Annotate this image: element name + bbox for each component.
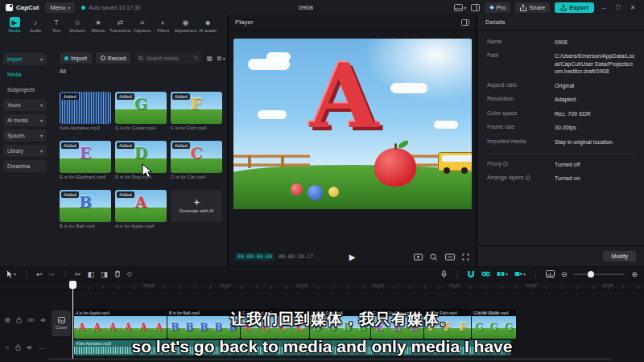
link-clips-icon[interactable] — [481, 270, 490, 278]
delete-icon[interactable] — [114, 270, 121, 278]
ratio-icon[interactable] — [445, 253, 455, 261]
tab-media[interactable]: ▶Media — [5, 17, 24, 33]
media-item-kids-alphabet[interactable]: Added Kids Alphabet.mp3 — [60, 92, 111, 130]
panel-toggle-icon[interactable] — [461, 19, 469, 26]
magnet-snap-icon[interactable] — [467, 270, 475, 278]
lock-icon[interactable] — [15, 344, 21, 351]
timeline-ruler[interactable]: 00:05 00:10 00:15 00:20 00:25 00:30 00:3… — [0, 281, 644, 290]
sidebar-item-subprojects[interactable]: Subprojects — [3, 84, 47, 96]
player-title: Player — [235, 19, 254, 26]
audio-icon: ♪ — [31, 17, 41, 27]
select-tool-icon[interactable]: ▾ — [6, 270, 16, 278]
sidebar-item-yours[interactable]: Yours▾ — [3, 99, 47, 111]
sort-icon[interactable]: ≣▾ — [217, 55, 225, 62]
zoom-out-icon[interactable]: ⊖ — [561, 270, 568, 278]
media-item-e-elephant[interactable]: AddedE E is for Elephant.mp4 — [60, 141, 111, 179]
trim-right-icon[interactable]: ◨ — [101, 270, 108, 278]
share-button[interactable]: Share — [515, 2, 550, 13]
trim-left-icon[interactable]: ◧ — [88, 270, 95, 278]
sidebar-item-import[interactable]: Import▾ — [3, 53, 47, 65]
share-label: Share — [529, 4, 545, 11]
record-button[interactable]: Record — [96, 52, 131, 64]
mute-icon[interactable] — [27, 344, 33, 351]
media-item-b-ball[interactable]: AddedB B is for Ball.mp4 — [60, 190, 111, 228]
maximize-button[interactable]: ▢ — [613, 4, 623, 10]
sidebar-item-ai-media[interactable]: AI media▾ — [3, 114, 47, 126]
preview-quality-icon[interactable] — [414, 253, 423, 261]
import-icon — [64, 56, 68, 60]
video-preview[interactable]: A — [233, 39, 472, 209]
search-icon — [138, 56, 143, 61]
app-name: CapCut — [16, 4, 39, 11]
tab-effects[interactable]: ★Effects — [89, 17, 108, 33]
sidebar-item-spaces[interactable]: Spaces▾ — [3, 130, 47, 142]
timeline-zoom-slider[interactable] — [573, 274, 625, 275]
export-button[interactable]: Export — [555, 2, 594, 13]
tab-filters[interactable]: ◐Filters — [154, 17, 173, 33]
close-button[interactable]: ✕ — [628, 4, 638, 11]
search-box[interactable]: ↻ — [134, 52, 202, 64]
modify-button[interactable]: Modify — [603, 251, 636, 261]
text-icon: T — [52, 17, 62, 27]
waveform-icon[interactable]: ∿ — [5, 344, 10, 351]
mark-icon[interactable]: ◇ — [127, 270, 132, 278]
undo-icon[interactable]: ↩ — [36, 270, 43, 278]
refresh-icon[interactable]: ↻ — [194, 55, 199, 61]
added-badge: Added — [61, 191, 79, 198]
media-grid: Added Kids Alphabet.mp3 AddedG G is for … — [60, 92, 222, 228]
tab-captions[interactable]: ≡Captions — [133, 17, 152, 33]
mute-icon[interactable] — [40, 317, 47, 323]
zoom-fit-icon[interactable] — [430, 253, 438, 261]
media-item-g-guitar[interactable]: AddedG G is for Guitar.mp4 — [115, 92, 167, 130]
fence-post — [248, 155, 251, 168]
playhead-line[interactable] — [72, 281, 73, 359]
sidebar-item-library[interactable]: Library▾ — [3, 145, 47, 157]
media-item-f-fish[interactable]: AddedF F is for Fish.mp4 — [171, 92, 222, 130]
effects-icon: ★ — [93, 17, 104, 27]
layout-wide-icon[interactable]: ▾ — [454, 4, 466, 11]
menu-label: Menu — [50, 4, 65, 11]
zoom-in-icon[interactable]: ⊕ — [631, 270, 638, 278]
zoom-slider-knob[interactable] — [588, 271, 594, 278]
tab-audio[interactable]: ♪Audio — [26, 17, 45, 33]
tab-stickers[interactable]: ☺Stickers — [68, 17, 87, 33]
minimize-button[interactable]: – — [599, 4, 609, 11]
track-format-icon[interactable]: ▦ — [5, 317, 10, 323]
horizontal-scrollbar[interactable] — [48, 358, 612, 360]
color-space-label: Color space — [487, 110, 555, 117]
grid-view-icon[interactable]: ▦ — [206, 55, 213, 62]
play-button[interactable]: ▶ — [349, 253, 356, 261]
tab-text[interactable]: TText — [47, 17, 66, 33]
timeline-toolbar: ▾ ↩ ↪ ✂ ◧ ◨ ◇ ▾ ▾ ⊖ ⊕ — [0, 267, 644, 281]
split-icon[interactable]: ✂ — [75, 270, 81, 278]
cover-button[interactable]: Cover — [52, 311, 71, 336]
voiceover-mic-icon[interactable] — [441, 270, 447, 278]
media-item-a-apple[interactable]: AddedA A is for Apple.mp4 — [115, 190, 167, 228]
collapse-track-icon[interactable]: — — [39, 345, 44, 351]
imported-media-value: Stay in original location — [555, 138, 613, 146]
fullscreen-icon[interactable] — [462, 253, 469, 261]
preview-axis-icon[interactable] — [546, 270, 555, 278]
media-item-c-cat[interactable]: AddedC C is for Cat.mp4 — [171, 141, 222, 179]
tab-adjustment[interactable]: ◉Adjustment — [175, 17, 197, 33]
media-item-d-dog[interactable]: AddedD D is for Dog.mp4 — [115, 141, 167, 179]
redo-icon[interactable]: ↪ — [49, 270, 56, 278]
tab-ai-avatar[interactable]: ☻AI avatar — [198, 17, 217, 33]
clip-b-ball[interactable]: B is for Ball.mp4 BBBBB — [167, 309, 240, 339]
lock-icon[interactable] — [16, 317, 22, 323]
layout-compact-icon[interactable] — [471, 4, 480, 11]
auto-ripple-icon[interactable]: ▾ — [497, 270, 508, 278]
import-button[interactable]: Import — [60, 52, 92, 64]
generate-with-ai-card[interactable]: Generate with AI — [171, 190, 222, 228]
filters-icon: ◐ — [158, 17, 168, 27]
clip-a-apple[interactable]: A is for Apple.mp4 AAAAAA — [74, 309, 167, 339]
menu-button[interactable]: Menu ▾ — [45, 2, 75, 13]
sidebar-item-dreamina[interactable]: Dreamina — [3, 160, 47, 172]
search-input[interactable] — [147, 56, 192, 61]
eye-icon[interactable] — [27, 318, 35, 323]
track-options-icon[interactable]: ▾ — [514, 270, 526, 278]
image-icon — [58, 317, 65, 323]
pro-button[interactable]: ◆ Pro — [485, 2, 510, 13]
tab-transitions[interactable]: ⇄Transitions — [109, 17, 131, 33]
sidebar-item-media[interactable]: Media — [3, 68, 47, 80]
